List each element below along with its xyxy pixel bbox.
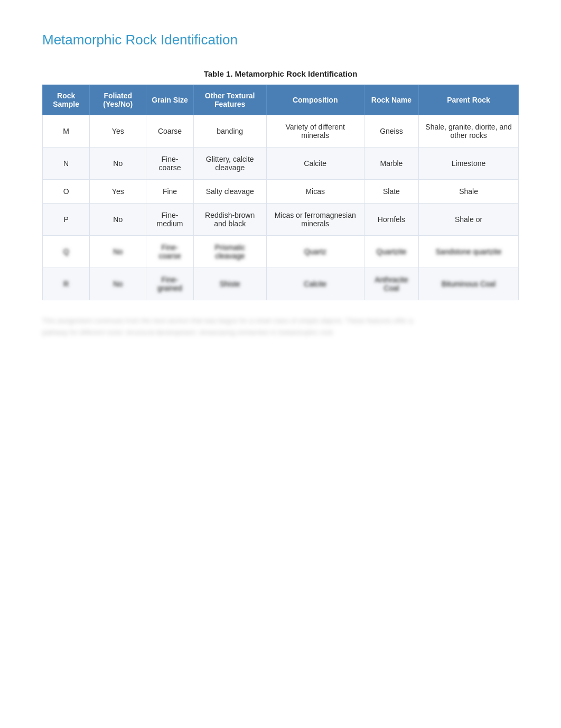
cell-rock_name: Gneiss (364, 115, 418, 148)
table-caption: Table 1. Metamorphic Rock Identification (42, 69, 519, 78)
table-header-row: Rock Sample Foliated (Yes/No) Grain Size… (43, 85, 519, 115)
cell-foliated: No (90, 148, 146, 180)
cell-foliated: Yes (90, 115, 146, 148)
cell-parent_rock: Sandstone quartzite (419, 236, 519, 268)
cell-grain_size: Fine (146, 180, 194, 204)
cell-other_textural: Glittery, calcite cleavage (193, 148, 266, 180)
cell-parent_rock: Limestone (419, 148, 519, 180)
cell-sample: M (43, 115, 90, 148)
cell-sample: R (43, 268, 90, 300)
col-header-parent-rock: Parent Rock (419, 85, 519, 115)
col-header-rock-sample: Rock Sample (43, 85, 90, 115)
cell-composition: Variety of different minerals (266, 115, 364, 148)
cell-composition: Micas or ferromagnesian minerals (266, 204, 364, 236)
table-row: PNoFine-mediumReddish-brown and blackMic… (43, 204, 519, 236)
col-header-foliated: Foliated (Yes/No) (90, 85, 146, 115)
cell-composition: Micas (266, 180, 364, 204)
cell-foliated: No (90, 204, 146, 236)
rock-identification-table: Rock Sample Foliated (Yes/No) Grain Size… (42, 85, 519, 300)
cell-sample: O (43, 180, 90, 204)
cell-parent_rock: Bituminous Coal (419, 268, 519, 300)
cell-parent_rock: Shale (419, 180, 519, 204)
cell-foliated: Yes (90, 180, 146, 204)
cell-rock_name: Anthracite Coal (364, 268, 418, 300)
cell-other_textural: banding (193, 115, 266, 148)
table-row: NNoFine-coarseGlittery, calcite cleavage… (43, 148, 519, 180)
cell-foliated: No (90, 236, 146, 268)
col-header-rock-name: Rock Name (364, 85, 418, 115)
table-row: RNoFine-grainedShisteCalciteAnthracite C… (43, 268, 519, 300)
cell-parent_rock: Shale, granite, diorite, and other rocks (419, 115, 519, 148)
cell-sample: P (43, 204, 90, 236)
cell-other_textural: Shiste (193, 268, 266, 300)
col-header-other-textural: Other Textural Features (193, 85, 266, 115)
cell-sample: N (43, 148, 90, 180)
cell-composition: Calcite (266, 148, 364, 180)
cell-grain_size: Fine-coarse (146, 148, 194, 180)
cell-foliated: No (90, 268, 146, 300)
cell-parent_rock: Shale or (419, 204, 519, 236)
blurred-footnote: This assignment continues from the next … (42, 315, 423, 338)
cell-composition: Calcite (266, 268, 364, 300)
cell-other_textural: Prismatic cleavage (193, 236, 266, 268)
table-row: QNoFine-coarsePrismatic cleavageQuartzQu… (43, 236, 519, 268)
cell-rock_name: Hornfels (364, 204, 418, 236)
cell-composition: Quartz (266, 236, 364, 268)
table-row: MYesCoarsebandingVariety of different mi… (43, 115, 519, 148)
cell-grain_size: Fine-coarse (146, 236, 194, 268)
cell-other_textural: Salty cleavage (193, 180, 266, 204)
cell-grain_size: Coarse (146, 115, 194, 148)
table-row: OYesFineSalty cleavageMicasSlateShale (43, 180, 519, 204)
cell-rock_name: Slate (364, 180, 418, 204)
col-header-grain-size: Grain Size (146, 85, 194, 115)
page-title: Metamorphic Rock Identification (42, 32, 519, 48)
col-header-composition: Composition (266, 85, 364, 115)
cell-rock_name: Quartzite (364, 236, 418, 268)
cell-other_textural: Reddish-brown and black (193, 204, 266, 236)
cell-grain_size: Fine-medium (146, 204, 194, 236)
cell-grain_size: Fine-grained (146, 268, 194, 300)
cell-rock_name: Marble (364, 148, 418, 180)
cell-sample: Q (43, 236, 90, 268)
